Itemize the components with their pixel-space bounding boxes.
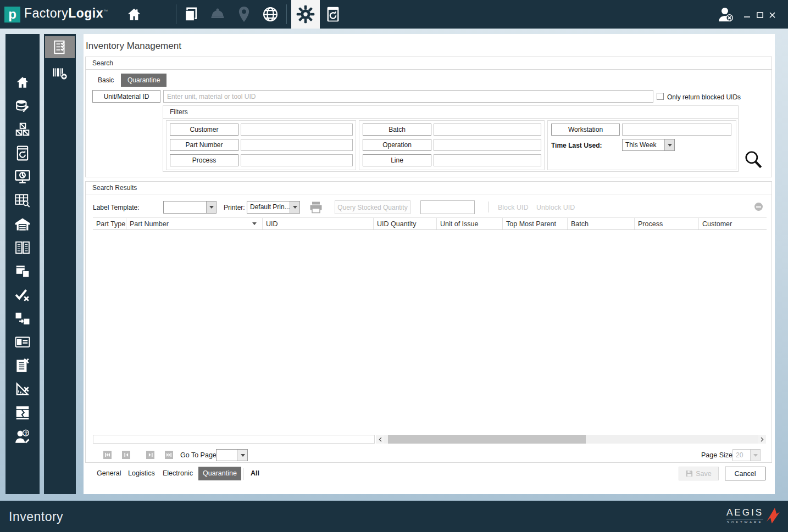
warehouse-icon	[14, 216, 31, 232]
sidebar-item-measurement-remove[interactable]	[5, 379, 40, 399]
column-header-uid[interactable]: UID	[263, 218, 374, 229]
operation-filter-input[interactable]	[434, 139, 541, 151]
group-divider	[163, 118, 738, 119]
sidebar-item-list-remove[interactable]	[5, 356, 40, 376]
sidebar-item-inventory-management[interactable]	[45, 36, 75, 58]
column-header-top-most-parent[interactable]: Top Most Parent	[503, 218, 568, 229]
module-title: Inventory	[9, 509, 63, 524]
sidebar-item-materials-database[interactable]	[5, 96, 40, 116]
column-label: Top Most Parent	[506, 218, 556, 229]
query-stocked-quantity-button[interactable]: Query Stocked Quantity	[335, 200, 410, 214]
cancel-button[interactable]: Cancel	[725, 467, 765, 480]
scroll-right-button[interactable]	[758, 435, 766, 444]
column-header-process[interactable]: Process	[635, 218, 699, 229]
column-header-unit-of-issue[interactable]: Unit of Issue	[437, 218, 503, 229]
collapse-icon[interactable]	[754, 203, 763, 211]
sidebar-item-add-barcode[interactable]	[45, 63, 75, 85]
block-uid-button[interactable]: Block UID	[498, 204, 529, 211]
tab-basic[interactable]: Basic	[91, 74, 120, 87]
list-delete-icon	[15, 358, 30, 373]
sidebar-item-documents[interactable]	[5, 261, 40, 281]
unit-material-id-input[interactable]	[163, 90, 653, 103]
sidebar-item-backup[interactable]	[5, 143, 40, 163]
filters-column-3: Workstation Time Last Used: This Week	[547, 120, 736, 170]
workstation-filter-input[interactable]	[622, 124, 731, 136]
page-size-dropdown[interactable]: 20	[732, 449, 761, 461]
save-button[interactable]: Save	[679, 467, 719, 480]
unblock-uid-button[interactable]: Unblock UID	[536, 204, 575, 211]
tab-logistics[interactable]: Logistics	[124, 467, 159, 480]
backup-restore-icon[interactable]	[324, 5, 342, 23]
close-button[interactable]	[767, 10, 777, 20]
damaged-box-icon	[15, 405, 30, 421]
workstation-filter-button[interactable]: Workstation	[551, 124, 620, 136]
process-filter-input[interactable]	[241, 154, 353, 166]
part-number-filter-label: Part Number	[185, 141, 223, 149]
sidebar-item-material-transfer[interactable]	[5, 309, 40, 328]
sidebar-item-user-support[interactable]: ?	[5, 427, 40, 446]
application-window: p FactoryLogix™	[0, 0, 788, 532]
column-header-part-type[interactable]: Part Type	[93, 218, 126, 229]
search-icon	[743, 149, 764, 170]
last-page-button[interactable]	[165, 451, 173, 459]
sidebar-item-stock-boxes[interactable]	[5, 120, 40, 139]
unit-material-id-button[interactable]: Unit/Material ID	[92, 90, 160, 103]
tab-electronic[interactable]: Electronic	[158, 467, 197, 480]
globe-icon[interactable]	[262, 5, 279, 23]
previous-page-button[interactable]	[122, 451, 130, 459]
horizontal-scrollbar-thumb[interactable]	[388, 435, 586, 444]
sidebar-item-dashboard[interactable]	[5, 167, 40, 187]
location-pin-icon[interactable]	[235, 5, 253, 23]
column-header-uid-quantity[interactable]: UID Quantity	[374, 218, 437, 229]
maximize-button[interactable]	[755, 10, 765, 20]
documents-stack-icon[interactable]	[182, 5, 200, 23]
results-table-body[interactable]	[93, 230, 767, 434]
next-page-button[interactable]	[146, 451, 154, 459]
sort-descending-icon[interactable]	[252, 222, 257, 227]
label-template-dropdown[interactable]	[163, 201, 217, 214]
tab-quarantine-category[interactable]: Quarantine	[198, 467, 241, 480]
column-label: Unit of Issue	[440, 218, 478, 229]
home-icon[interactable]	[125, 5, 143, 23]
sidebar-item-id-card[interactable]	[5, 332, 40, 352]
settings-tab-selected[interactable]	[291, 0, 320, 29]
sidebar-item-warehouse[interactable]	[5, 214, 40, 234]
line-filter-button[interactable]: Line	[363, 154, 431, 166]
scroll-left-button[interactable]	[376, 435, 384, 444]
ruler-delete-icon	[14, 382, 31, 397]
print-button[interactable]	[309, 201, 323, 215]
batch-filter-button[interactable]: Batch	[363, 124, 431, 136]
process-filter-button[interactable]: Process	[170, 154, 238, 166]
operation-filter-button[interactable]: Operation	[363, 139, 431, 151]
search-button[interactable]	[743, 149, 764, 172]
line-filter-input[interactable]	[434, 154, 541, 166]
checklist-icon	[52, 39, 68, 55]
customer-filter-input[interactable]	[241, 124, 353, 136]
gear-icon	[296, 5, 315, 24]
column-header-batch[interactable]: Batch	[568, 218, 635, 229]
tab-all[interactable]: All	[246, 467, 264, 480]
sidebar-item-data-query[interactable]	[5, 191, 40, 210]
part-number-filter-button[interactable]: Part Number	[170, 139, 238, 151]
tab-general[interactable]: General	[92, 467, 125, 480]
sidebar-item-documentation[interactable]	[5, 238, 40, 257]
go-to-page-dropdown[interactable]	[216, 449, 248, 461]
first-page-button[interactable]	[103, 451, 112, 459]
customer-filter-button[interactable]: Customer	[170, 124, 238, 136]
column-header-part-number[interactable]: Part Number	[126, 218, 263, 229]
blocked-uids-checkbox[interactable]	[657, 93, 664, 100]
tab-quarantine[interactable]: Quarantine	[121, 74, 167, 87]
sidebar-item-home[interactable]	[5, 72, 40, 92]
column-label: Batch	[571, 218, 589, 229]
hardhat-icon[interactable]	[209, 5, 226, 23]
column-header-customer[interactable]: Customer	[699, 218, 764, 229]
batch-filter-input[interactable]	[434, 124, 541, 136]
sidebar-item-verification[interactable]	[5, 285, 40, 305]
part-number-filter-input[interactable]	[241, 139, 353, 151]
sidebar-item-damaged-goods[interactable]	[5, 403, 40, 423]
stocked-quantity-input[interactable]	[420, 200, 475, 214]
time-last-used-dropdown[interactable]: This Week	[622, 139, 675, 151]
printer-dropdown[interactable]: Default Prin...	[247, 201, 300, 214]
minimize-button[interactable]	[742, 10, 752, 20]
user-logout-icon[interactable]	[717, 5, 734, 23]
